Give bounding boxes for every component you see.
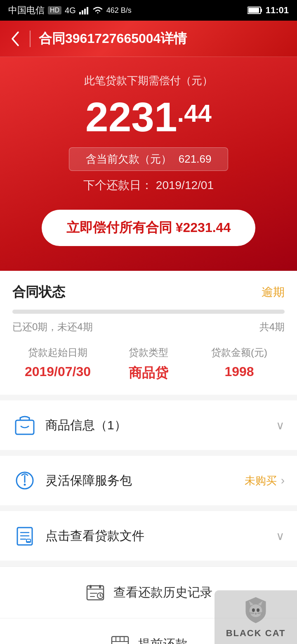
hero-subtitle: 此笔贷款下期需偿付（元）	[16, 73, 280, 88]
service-package-icon	[12, 468, 37, 493]
network-badge: 4G	[65, 6, 76, 15]
section-header: 合同状态 逾期	[12, 283, 285, 301]
hd-badge: HD	[48, 6, 61, 14]
black-cat-watermark: BLACK CAT	[214, 590, 297, 644]
loan-doc-label: 点击查看贷款文件	[45, 528, 276, 545]
product-info-section: 商品信息（1） ∨	[0, 400, 297, 456]
svg-rect-17	[90, 585, 92, 588]
loan-start-date-value: 2019/07/30	[12, 364, 103, 379]
svg-point-33	[252, 608, 255, 612]
hero-amount: 2231 .44	[16, 96, 280, 137]
loan-amount-item: 贷款金额(元) 1998	[194, 346, 285, 382]
svg-rect-2	[84, 9, 86, 14]
svg-rect-6	[248, 8, 259, 13]
next-date-label: 下个还款日： 2019/12/01	[16, 178, 280, 193]
page-title: 合同3961727665004详情	[39, 30, 287, 48]
svg-rect-0	[79, 12, 81, 14]
amount-decimal: .44	[177, 101, 212, 126]
total-label: 共4期	[259, 320, 285, 334]
battery-icon	[248, 6, 262, 14]
product-info-icon	[12, 413, 37, 438]
progress-bar	[12, 310, 285, 314]
wifi-icon	[92, 6, 103, 14]
loan-doc-icon	[12, 523, 37, 548]
amount-integer: 2231	[85, 96, 177, 137]
history-label: 查看还款历史记录	[113, 584, 212, 601]
svg-rect-3	[87, 7, 88, 14]
status-badge: 逾期	[262, 284, 285, 300]
loan-start-date-item: 贷款起始日期 2019/07/30	[12, 346, 103, 382]
loan-doc-item[interactable]: 点击查看贷款文件 ∨	[0, 511, 297, 561]
service-package-item[interactable]: 灵活保障服务包 未购买 ›	[0, 456, 297, 505]
svg-rect-5	[261, 9, 262, 12]
service-package-label: 灵活保障服务包	[45, 472, 245, 489]
contract-status-section: 合同状态 逾期 已还0期，未还4期 共4期 贷款起始日期 2019/07/30 …	[0, 271, 297, 400]
signal-icon	[79, 6, 89, 14]
section-title: 合同状态	[12, 283, 65, 301]
unpurchased-badge: 未购买	[245, 474, 277, 488]
chevron-right-icon: ›	[281, 474, 285, 487]
back-button[interactable]	[10, 30, 21, 48]
prepay-label: 提前还款	[138, 636, 188, 644]
time-label: 11:01	[266, 5, 289, 16]
svg-rect-1	[82, 10, 83, 14]
overdue-amount: 621.69	[179, 153, 212, 165]
progress-info: 已还0期，未还4期 共4期	[12, 320, 285, 334]
hero-section: 此笔贷款下期需偿付（元） 2231 .44 含当前欠款（元） 621.69 下个…	[0, 57, 297, 271]
service-package-section: 灵活保障服务包 未购买 ›	[0, 456, 297, 511]
loan-start-date-label: 贷款起始日期	[12, 346, 103, 359]
loan-info-grid: 贷款起始日期 2019/07/30 贷款类型 商品贷 贷款金额(元) 1998	[12, 346, 285, 382]
svg-point-30	[250, 604, 262, 617]
loan-type-label: 贷款类型	[103, 346, 194, 359]
loan-type-item: 贷款类型 商品贷	[103, 346, 194, 382]
svg-point-9	[24, 484, 26, 486]
prepay-icon: ×÷ +- =	[109, 633, 131, 644]
status-bar: 中国电信 HD 4G 462 B/s	[0, 0, 297, 21]
overdue-box: 含当前欠款（元） 621.69	[69, 147, 229, 171]
product-info-label: 商品信息（1）	[45, 417, 276, 434]
loan-type-value: 商品贷	[103, 364, 194, 382]
svg-point-34	[257, 608, 259, 612]
overdue-label: 含当前欠款（元）	[86, 153, 172, 165]
history-icon	[85, 582, 106, 603]
speed-label: 462 B/s	[106, 6, 132, 15]
status-bar-right: 11:01	[248, 5, 289, 16]
chevron-down-icon: ∨	[276, 419, 285, 432]
loan-amount-value: 1998	[194, 364, 285, 379]
loan-amount-label: 贷款金额(元)	[194, 346, 285, 359]
svg-rect-18	[99, 585, 101, 588]
loan-doc-chevron-icon: ∨	[276, 529, 285, 543]
page-header: 合同3961727665004详情	[0, 21, 297, 57]
header-divider	[30, 31, 31, 47]
product-info-item[interactable]: 商品信息（1） ∨	[0, 400, 297, 450]
black-cat-text: BLACK CAT	[226, 628, 286, 639]
carrier-label: 中国电信	[8, 4, 45, 17]
pay-all-button[interactable]: 立即偿付所有合同 ¥2231.44	[42, 210, 255, 246]
loan-doc-section: 点击查看贷款文件 ∨	[0, 511, 297, 566]
paid-label: 已还0期，未还4期	[12, 320, 93, 334]
status-bar-left: 中国电信 HD 4G 462 B/s	[8, 4, 132, 17]
